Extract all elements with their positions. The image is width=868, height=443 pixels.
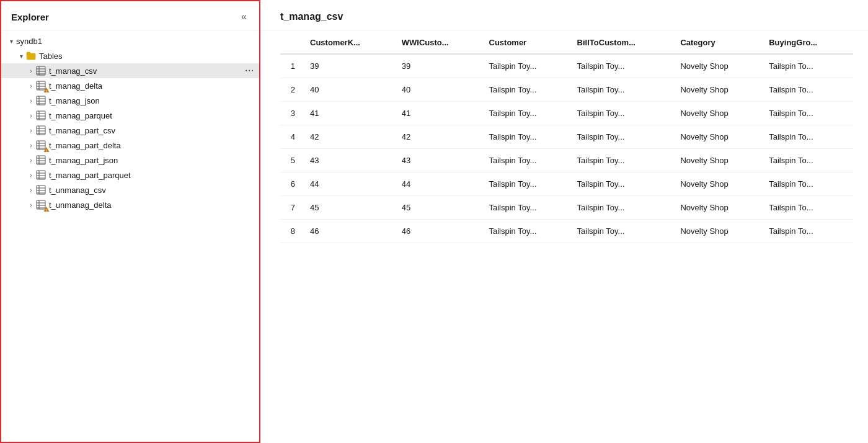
cell-category: Novelty Shop <box>675 78 764 102</box>
node-label: t_unmanag_delta <box>49 200 259 210</box>
cell-billToCusto: Tailspin Toy... <box>572 196 676 220</box>
chevron-right-icon: › <box>26 68 36 74</box>
cell-billToCusto: Tailspin Toy... <box>572 220 676 243</box>
table-row[interactable]: 24040Tailspin Toy...Tailspin Toy...Novel… <box>280 78 853 102</box>
table-icon <box>36 170 46 180</box>
tree-node-t_manag_part_json[interactable]: › t_manag_part_json ··· <box>1 153 259 168</box>
svg-text:!: ! <box>46 89 47 93</box>
chevron-right-icon: › <box>26 112 36 119</box>
node-label: t_unmanag_csv <box>49 186 259 195</box>
tree-node-syndb1[interactable]: ▾ syndb1 <box>1 34 259 48</box>
cell-buyingGro: Tailspin To... <box>764 102 853 125</box>
tree-node-t_manag_part_csv[interactable]: › t_manag_part_csv ··· <box>1 123 259 138</box>
main-title: t_manag_csv <box>260 0 868 30</box>
cell-row_num: 3 <box>280 102 305 125</box>
tree-node-t_manag_part_delta[interactable]: › ! t_manag_part_delta ··· <box>1 138 259 153</box>
node-label: t_manag_parquet <box>49 111 259 120</box>
chevron-right-icon: › <box>26 172 36 179</box>
explorer-sidebar: Explorer « ▾ syndb1 ▾ Tables › <box>0 0 260 443</box>
table-icon <box>36 125 46 135</box>
table-delta-icon: ! <box>36 200 46 210</box>
table-row[interactable]: 54343Tailspin Toy...Tailspin Toy...Novel… <box>280 149 853 172</box>
cell-row_num: 2 <box>280 78 305 102</box>
cell-customerK: 45 <box>305 196 397 220</box>
table-icon <box>36 96 46 105</box>
main-content: t_manag_csv CustomerK...WWICusto...Custo… <box>260 0 868 443</box>
tree-node-t_manag_delta[interactable]: › ! t_manag_delta ··· <box>1 78 259 93</box>
cell-category: Novelty Shop <box>675 172 764 196</box>
cell-customerK: 44 <box>305 172 397 196</box>
cell-category: Novelty Shop <box>675 54 764 78</box>
chevron-down-icon: ▾ <box>16 53 26 60</box>
cell-buyingGro: Tailspin To... <box>764 78 853 102</box>
cell-row_num: 8 <box>280 220 305 243</box>
tree-node-t_unmanag_delta[interactable]: › ! t_unmanag_delta ··· <box>1 197 259 212</box>
cell-buyingGro: Tailspin To... <box>764 220 853 243</box>
table-row[interactable]: 64444Tailspin Toy...Tailspin Toy...Novel… <box>280 172 853 196</box>
cell-wwicusto: 44 <box>397 172 484 196</box>
col-header-billToCusto: BillToCustom... <box>572 30 676 54</box>
cell-row_num: 5 <box>280 149 305 172</box>
node-label: t_manag_part_parquet <box>49 171 259 180</box>
data-table-container[interactable]: CustomerK...WWICusto...CustomerBillToCus… <box>260 30 868 443</box>
cell-customerK: 40 <box>305 78 397 102</box>
tree-node-t_manag_csv[interactable]: › t_manag_csv ··· <box>1 63 259 78</box>
cell-buyingGro: Tailspin To... <box>764 125 853 149</box>
cell-customerK: 42 <box>305 125 397 149</box>
sidebar-header: Explorer « <box>1 1 259 30</box>
table-row[interactable]: 13939Tailspin Toy...Tailspin Toy...Novel… <box>280 54 853 78</box>
node-label: t_manag_part_delta <box>49 141 259 150</box>
sidebar-title: Explorer <box>11 12 49 22</box>
table-head: CustomerK...WWICusto...CustomerBillToCus… <box>280 30 853 54</box>
cell-row_num: 1 <box>280 54 305 78</box>
cell-billToCusto: Tailspin Toy... <box>572 149 676 172</box>
col-header-row_num <box>280 30 305 54</box>
tree-node-tables[interactable]: ▾ Tables <box>1 48 259 63</box>
collapse-button[interactable]: « <box>239 10 249 24</box>
cell-buyingGro: Tailspin To... <box>764 196 853 220</box>
tree-node-t_manag_part_parquet[interactable]: › t_manag_part_parquet ··· <box>1 168 259 182</box>
table-row[interactable]: 44242Tailspin Toy...Tailspin Toy...Novel… <box>280 125 853 149</box>
chevron-down-icon: ▾ <box>6 38 16 45</box>
tree-area: ▾ syndb1 ▾ Tables › t_manag_csv ··· <box>1 30 259 442</box>
table-row[interactable]: 84646Tailspin Toy...Tailspin Toy...Novel… <box>280 220 853 243</box>
cell-wwicusto: 45 <box>397 196 484 220</box>
cell-row_num: 6 <box>280 172 305 196</box>
node-label: t_manag_json <box>49 96 259 105</box>
cell-wwicusto: 39 <box>397 54 484 78</box>
cell-customerK: 41 <box>305 102 397 125</box>
tree-items-container: › t_manag_csv ··· › ! t_manag_d <box>1 63 259 212</box>
chevron-right-icon: › <box>26 157 36 164</box>
cell-customerK: 46 <box>305 220 397 243</box>
tree-node-t_manag_json[interactable]: › t_manag_json ··· <box>1 93 259 108</box>
table-delta-icon: ! <box>36 140 46 150</box>
col-header-buyingGro: BuyingGro... <box>764 30 853 54</box>
cell-category: Novelty Shop <box>675 149 764 172</box>
cell-row_num: 7 <box>280 196 305 220</box>
table-icon <box>36 110 46 120</box>
cell-wwicusto: 41 <box>397 102 484 125</box>
col-header-category: Category <box>675 30 764 54</box>
cell-billToCusto: Tailspin Toy... <box>572 172 676 196</box>
tree-node-t_unmanag_csv[interactable]: › t_unmanag_csv ··· <box>1 182 259 197</box>
cell-buyingGro: Tailspin To... <box>764 149 853 172</box>
cell-customer: Tailspin Toy... <box>484 172 572 196</box>
chevron-right-icon: › <box>26 127 36 134</box>
cell-buyingGro: Tailspin To... <box>764 172 853 196</box>
chevron-right-icon: › <box>26 97 36 104</box>
tree-node-t_manag_parquet[interactable]: › t_manag_parquet ··· <box>1 108 259 123</box>
cell-billToCusto: Tailspin Toy... <box>572 102 676 125</box>
data-table: CustomerK...WWICusto...CustomerBillToCus… <box>280 30 853 243</box>
svg-text:!: ! <box>46 208 47 212</box>
cell-customer: Tailspin Toy... <box>484 196 572 220</box>
cell-billToCusto: Tailspin Toy... <box>572 54 676 78</box>
table-row[interactable]: 74545Tailspin Toy...Tailspin Toy...Novel… <box>280 196 853 220</box>
cell-customer: Tailspin Toy... <box>484 78 572 102</box>
cell-billToCusto: Tailspin Toy... <box>572 78 676 102</box>
table-row[interactable]: 34141Tailspin Toy...Tailspin Toy...Novel… <box>280 102 853 125</box>
chevron-right-icon: › <box>26 187 36 194</box>
cell-customer: Tailspin Toy... <box>484 220 572 243</box>
svg-text:!: ! <box>46 149 47 153</box>
cell-row_num: 4 <box>280 125 305 149</box>
more-options[interactable]: ··· <box>245 66 254 76</box>
